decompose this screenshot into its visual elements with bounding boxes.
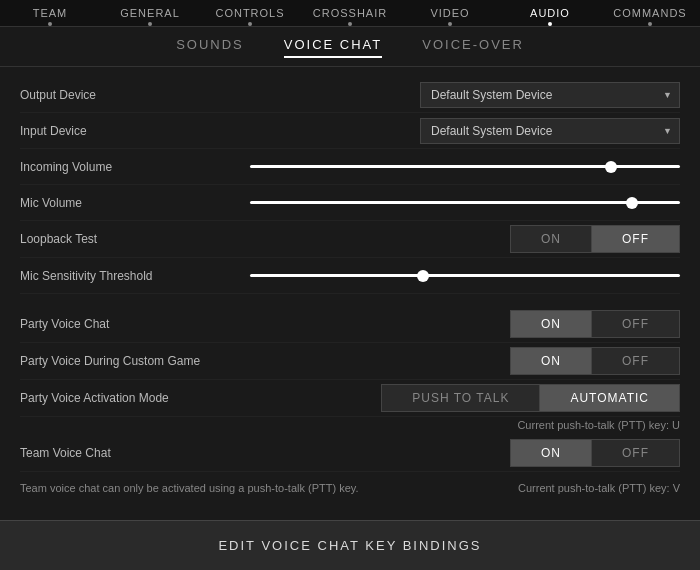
loopback-test-label: Loopback Test [20, 232, 240, 246]
mic-volume-control [240, 201, 680, 204]
edit-voice-chat-key-bindings-button[interactable]: EDIT VOICE CHAT KEY BINDINGS [0, 520, 700, 570]
loopback-test-row: Loopback Test On Off [20, 221, 680, 258]
party-voice-chat-off-button[interactable]: Off [591, 310, 680, 338]
input-device-control: Default System Device [240, 118, 680, 144]
mic-volume-label: Mic Volume [20, 196, 240, 210]
input-device-select[interactable]: Default System Device [420, 118, 680, 144]
party-voice-custom-game-control: On Off [240, 347, 680, 375]
party-voice-custom-game-row: Party Voice During Custom Game On Off [20, 343, 680, 380]
output-device-dropdown-wrapper: Default System Device [420, 82, 680, 108]
team-voice-chat-on-button[interactable]: On [510, 439, 591, 467]
party-voice-push-to-talk-button[interactable]: Push to Talk [381, 384, 539, 412]
party-voice-custom-game-toggle-group: On Off [510, 347, 680, 375]
party-voice-custom-game-off-button[interactable]: Off [591, 347, 680, 375]
mic-volume-slider[interactable] [250, 201, 680, 204]
party-voice-activation-control: Push to Talk Automatic [240, 384, 680, 412]
settings-content: Output Device Default System Device Inpu… [0, 67, 700, 513]
nav-video[interactable]: VIDEO [400, 0, 500, 26]
party-voice-automatic-button[interactable]: Automatic [539, 384, 680, 412]
input-device-row: Input Device Default System Device [20, 113, 680, 149]
input-device-dropdown-wrapper: Default System Device [420, 118, 680, 144]
party-voice-custom-game-label: Party Voice During Custom Game [20, 354, 240, 368]
team-voice-chat-toggle-group: On Off [510, 439, 680, 467]
output-device-row: Output Device Default System Device [20, 77, 680, 113]
team-voice-chat-off-button[interactable]: Off [591, 439, 680, 467]
top-navigation: TEAM GENERAL CONTROLS CROSSHAIR VIDEO AU… [0, 0, 700, 27]
loopback-on-button[interactable]: On [510, 225, 591, 253]
mic-volume-row: Mic Volume [20, 185, 680, 221]
mic-sensitivity-control [240, 274, 680, 277]
output-device-control: Default System Device [240, 82, 680, 108]
party-voice-custom-game-on-button[interactable]: On [510, 347, 591, 375]
sub-navigation: SOUNDS VOICE CHAT VOICE-OVER [0, 27, 700, 67]
team-voice-chat-note: Team voice chat can only be activated us… [20, 479, 359, 497]
party-voice-chat-toggle-group: On Off [510, 310, 680, 338]
party-voice-chat-on-button[interactable]: On [510, 310, 591, 338]
loopback-toggle-group: On Off [510, 225, 680, 253]
party-voice-activation-label: Party Voice Activation Mode [20, 391, 240, 405]
team-voice-chat-control: On Off [240, 439, 680, 467]
bottom-bar-label: EDIT VOICE CHAT KEY BINDINGS [218, 538, 481, 553]
tab-voice-chat[interactable]: VOICE CHAT [284, 37, 383, 58]
nav-crosshair[interactable]: CROSSHAIR [300, 0, 400, 26]
party-voice-chat-label: Party Voice Chat [20, 317, 240, 331]
team-voice-chat-label: Team Voice Chat [20, 446, 240, 460]
nav-controls[interactable]: CONTROLS [200, 0, 300, 26]
mic-sensitivity-label: Mic Sensitivity Threshold [20, 269, 240, 283]
mic-sensitivity-slider[interactable] [250, 274, 680, 277]
incoming-volume-row: Incoming Volume [20, 149, 680, 185]
output-device-label: Output Device [20, 88, 240, 102]
party-voice-activation-toggle-group: Push to Talk Automatic [381, 384, 680, 412]
output-device-select[interactable]: Default System Device [420, 82, 680, 108]
party-voice-chat-row: Party Voice Chat On Off [20, 306, 680, 343]
mic-sensitivity-row: Mic Sensitivity Threshold [20, 258, 680, 294]
tab-sounds[interactable]: SOUNDS [176, 37, 244, 58]
team-note-row: Team voice chat can only be activated us… [20, 472, 680, 504]
nav-team[interactable]: TEAM [0, 0, 100, 26]
tab-voice-over[interactable]: VOICE-OVER [422, 37, 524, 58]
team-voice-chat-row: Team Voice Chat On Off [20, 435, 680, 472]
party-voice-chat-control: On Off [240, 310, 680, 338]
party-ptt-note: Current push-to-talk (PTT) key: U [20, 417, 680, 435]
team-ptt-note: Current push-to-talk (PTT) key: V [518, 482, 680, 494]
nav-general[interactable]: GENERAL [100, 0, 200, 26]
incoming-volume-control [240, 165, 680, 168]
incoming-volume-label: Incoming Volume [20, 160, 240, 174]
input-device-label: Input Device [20, 124, 240, 138]
incoming-volume-slider[interactable] [250, 165, 680, 168]
party-voice-activation-row: Party Voice Activation Mode Push to Talk… [20, 380, 680, 417]
nav-commands[interactable]: COMMANDS [600, 0, 700, 26]
loopback-off-button[interactable]: Off [591, 225, 680, 253]
nav-audio[interactable]: AUDIO [500, 0, 600, 26]
loopback-test-control: On Off [240, 225, 680, 253]
